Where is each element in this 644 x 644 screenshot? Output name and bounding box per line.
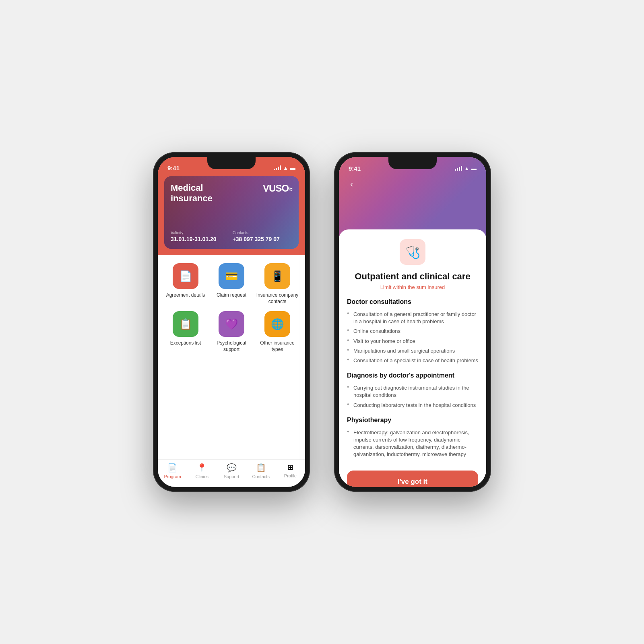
signal-bars-2 [455,166,462,171]
diagnosis-bullets: Carrying out diagnostic instrumental stu… [347,383,478,410]
claim-label: Claim request [217,292,246,299]
notch-2 [388,157,437,169]
bullet-5: Consultation of a specialist in case of … [347,356,478,365]
nav-profile[interactable]: ⊞ Profile [276,463,305,479]
insurance-contacts-label: Insurance company contacts [256,292,299,305]
exceptions-icon-box: 📋 [173,311,198,337]
nav-program-icon: 📄 [167,463,178,473]
phone-2: 9:41 ▲ ▬ ‹ 🩺 Ou [334,152,491,492]
diag-bullet-2: Conducting laboratory tests in the hospi… [347,400,478,410]
other-insurance-label: Other insurance types [256,340,299,353]
other-insurance-icon: 🌐 [271,318,284,330]
icon-grid-section: 📄 Agreement details 💳 Claim request 📱 In… [158,255,305,459]
nav-program[interactable]: 📄 Program [158,463,187,479]
nav-profile-icon: ⊞ [287,463,293,472]
sb1 [455,169,456,171]
phone-2-screen: 9:41 ▲ ▬ ‹ 🩺 Ou [339,157,486,487]
nav-support-label: Support [224,474,239,479]
phone1-header: 9:41 ▲ ▬ Medical [158,157,305,255]
hero-validity-value: 31.01.19-31.01.20 [171,236,217,242]
battery-icon-1: ▬ [290,165,295,171]
section-header-diagnosis: Diagnosis by doctor's appointment [347,372,478,379]
claim-icon-box: 💳 [219,263,244,289]
back-button[interactable]: ‹ [345,178,358,191]
agreement-label: Agreement details [166,292,205,299]
diag-bullet-1: Carrying out diagnostic instrumental stu… [347,383,478,400]
signal-bar-2 [276,168,277,170]
stethoscope-icon: 🩺 [405,245,420,259]
section-header-doctor: Doctor consultations [347,298,478,305]
doctor-bullets: Consultation of a general practitioner o… [347,310,478,365]
claim-icon: 💳 [225,270,238,283]
status-icons-1: ▲ ▬ [274,165,295,171]
hero-validity-label: Validity [171,231,217,235]
grid-item-other-insurance[interactable]: 🌐 Other insurance types [256,311,299,353]
nav-contacts-label: Contacts [252,474,270,479]
sb2 [457,168,458,171]
detail-icon-box: 🩺 [400,239,425,265]
grid-item-insurance-contacts[interactable]: 📱 Insurance company contacts [256,263,299,305]
grid-item-psychological[interactable]: 💜 Psychological support [210,311,253,353]
hero-logo: VUSO≈ [263,183,292,194]
detail-title: Outpatient and clinical care [347,271,478,282]
section-header-physio: Physiotherapy [347,417,478,424]
status-time-1: 9:41 [167,165,180,171]
signal-bars-1 [274,165,281,170]
signal-bar-1 [274,169,275,170]
hero-bottom: Validity 31.01.19-31.01.20 Contacts +38 … [171,231,292,242]
wifi-icon-1: ▲ [283,165,288,171]
nav-profile-label: Profile [284,473,297,478]
grid-item-claim[interactable]: 💳 Claim request [210,263,253,305]
bullet-4: Manipulations and small surgical operati… [347,346,478,356]
bullet-1: Consultation of a general practitioner o… [347,310,478,326]
nav-program-label: Program [164,474,181,479]
phone-1: 9:41 ▲ ▬ Medical [153,152,310,492]
phone2-hero-image: 9:41 ▲ ▬ ‹ [339,157,486,237]
psychological-icon-box: 💜 [219,311,244,337]
hero-contacts-label: Contacts [233,231,280,235]
hero-card: Medical insurance VUSO≈ Validity 31.01.1… [164,176,299,249]
nav-contacts-icon: 📋 [256,463,266,473]
hero-title: Medical insurance [171,183,231,204]
nav-contacts[interactable]: 📋 Contacts [246,463,276,479]
got-it-button[interactable]: I've got it [347,471,478,487]
psychological-icon: 💜 [225,318,238,330]
nav-clinics[interactable]: 📍 Clinics [187,463,217,479]
nav-clinics-icon: 📍 [197,463,207,473]
grid-item-agreement[interactable]: 📄 Agreement details [164,263,207,305]
hero-validity: Validity 31.01.19-31.01.20 [171,231,217,242]
bullet-2: Online consultations [347,326,478,336]
signal-bar-4 [280,165,281,170]
detail-subtitle: Limit within the sum insured [347,284,478,290]
wifi-icon-2: ▲ [464,165,469,171]
nav-clinics-label: Clinics [196,474,208,479]
physio-bullet-1: Electrotherapy: galvanization and electr… [347,428,478,460]
grid-item-exceptions[interactable]: 📋 Exceptions list [164,311,207,353]
nav-support-icon: 💬 [227,463,237,473]
phone-1-screen: 9:41 ▲ ▬ Medical [158,157,305,487]
insurance-contacts-icon-box: 📱 [264,263,290,289]
hero-contacts-value: +38 097 325 79 07 [233,236,280,242]
physio-bullets: Electrotherapy: galvanization and electr… [347,428,478,460]
insurance-contacts-icon: 📱 [271,270,284,283]
hero-content: Medical insurance VUSO≈ Validity 31.01.1… [164,176,299,249]
exceptions-icon: 📋 [179,318,192,330]
sb3 [459,167,460,171]
status-icons-2: ▲ ▬ [455,165,477,171]
sb4 [461,166,462,171]
exceptions-label: Exceptions list [170,340,201,347]
notch-1 [207,157,256,169]
other-insurance-icon-box: 🌐 [264,311,290,337]
hero-contacts: Contacts +38 097 325 79 07 [233,231,280,242]
psychological-label: Psychological support [210,340,253,353]
agreement-icon: 📄 [179,270,192,283]
icon-grid: 📄 Agreement details 💳 Claim request 📱 In… [164,263,299,353]
signal-bar-3 [278,167,279,170]
nav-support[interactable]: 💬 Support [217,463,246,479]
detail-content: 🩺 Outpatient and clinical care Limit wit… [339,229,486,487]
status-time-2: 9:41 [349,165,361,172]
agreement-icon-box: 📄 [173,263,198,289]
bottom-nav: 📄 Program 📍 Clinics 💬 Support 📋 Contacts… [158,459,305,487]
bullet-3: Visit to your home or office [347,336,478,346]
battery-icon-2: ▬ [471,165,477,171]
